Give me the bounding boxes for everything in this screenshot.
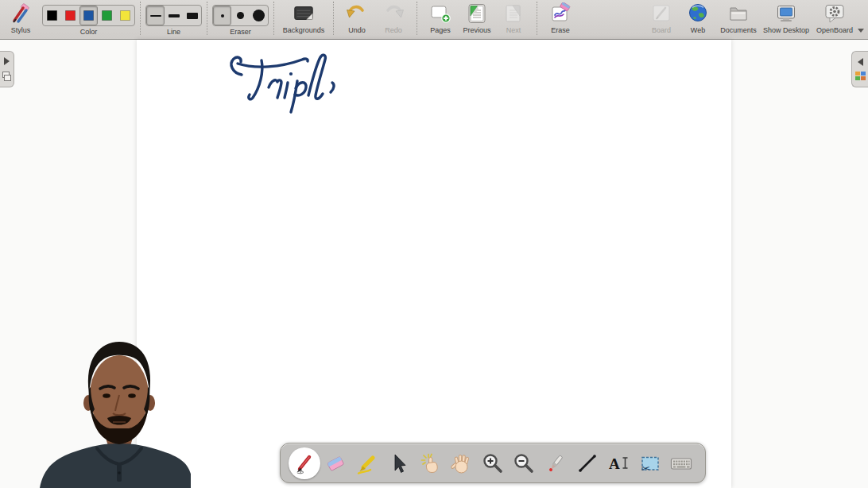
- pages-palette-icon: [2, 72, 11, 81]
- left-palette-tab[interactable]: [0, 51, 14, 87]
- undo-icon: [346, 2, 368, 25]
- show-desktop-label: Show Desktop: [763, 26, 809, 34]
- line-thin-option[interactable]: [146, 6, 165, 25]
- stylus-button[interactable]: Stylus: [2, 0, 39, 39]
- pages-add-icon: [429, 2, 451, 25]
- capture-scissors-icon: ✂: [638, 451, 662, 475]
- line-icon: [575, 451, 599, 475]
- color-swatch-black[interactable]: [43, 6, 61, 25]
- backgrounds-button[interactable]: Backgrounds: [279, 0, 328, 39]
- documents-label: Documents: [720, 26, 757, 34]
- previous-page-label: Previous: [463, 26, 490, 34]
- svg-text:✂: ✂: [641, 463, 650, 474]
- line-tool-button[interactable]: [572, 447, 603, 480]
- web-mode-button[interactable]: Web: [680, 0, 716, 39]
- redo-button[interactable]: Redo: [375, 0, 412, 39]
- right-library-tab[interactable]: [851, 51, 868, 87]
- openboard-menu-button[interactable]: OpenBoard: [812, 0, 858, 39]
- show-desktop-icon: [775, 2, 797, 25]
- eraser-small-option[interactable]: [213, 6, 231, 25]
- expand-right-icon: [4, 57, 10, 65]
- zoom-out-tool-button[interactable]: [509, 447, 541, 480]
- eraser-label: Eraser: [230, 28, 251, 36]
- pan-tool-button[interactable]: [446, 447, 478, 480]
- handwritten-ink-tripl: [227, 48, 342, 118]
- text-tool-icon: A: [606, 451, 630, 475]
- text-tool-button[interactable]: A: [603, 447, 634, 480]
- previous-page-icon: [466, 2, 488, 25]
- toolbar-separator: [417, 2, 417, 35]
- tool-dock: A ✂: [280, 443, 706, 483]
- openboard-gear-icon: [823, 2, 846, 25]
- line-medium-option[interactable]: [165, 6, 183, 25]
- line-thick-option[interactable]: [183, 6, 201, 25]
- top-toolbar: Stylus Color: [0, 0, 868, 40]
- pointing-hand-sparkle-icon: [418, 451, 442, 475]
- open-hand-icon: [449, 451, 473, 475]
- line-label: Line: [167, 28, 180, 36]
- keyboard-icon: [669, 451, 693, 475]
- color-swatch-row: [42, 5, 135, 26]
- eraser-size-group: Eraser: [212, 0, 269, 39]
- stylus-label: Stylus: [11, 26, 31, 34]
- pages-button[interactable]: Pages: [422, 0, 459, 39]
- board-mode-button[interactable]: Board: [643, 0, 680, 39]
- documents-folder-icon: [727, 2, 750, 25]
- erase-page-icon: [549, 2, 572, 25]
- backgrounds-icon: [293, 2, 315, 25]
- documents-button[interactable]: Documents: [716, 0, 761, 39]
- capture-tool-button[interactable]: ✂: [634, 447, 666, 480]
- pen-icon: [293, 451, 316, 475]
- interact-tool-button[interactable]: [414, 447, 446, 480]
- color-swatch-yellow[interactable]: [116, 6, 134, 25]
- toolbar-separator: [537, 2, 537, 35]
- color-swatch-green[interactable]: [98, 6, 116, 25]
- eraser-size-row: [212, 5, 269, 26]
- arrow-cursor-icon: [386, 451, 410, 475]
- virtual-keyboard-button[interactable]: [665, 447, 697, 480]
- toolbar-separator: [207, 2, 207, 35]
- line-group: Line: [145, 0, 202, 39]
- library-palette-icon: [855, 72, 866, 80]
- eraser-icon: [324, 451, 347, 475]
- board-mode-icon: [650, 2, 672, 25]
- next-page-button[interactable]: Next: [495, 0, 532, 39]
- zoom-in-tool-button[interactable]: [477, 447, 509, 480]
- undo-button[interactable]: Undo: [339, 0, 375, 39]
- expand-left-icon: [858, 58, 863, 66]
- presenter-webcam-overlay: [40, 338, 191, 488]
- toolbar-separator: [333, 2, 334, 35]
- eraser-medium-option[interactable]: [231, 6, 250, 25]
- erase-page-label: Erase: [551, 26, 570, 34]
- board-mode-label: Board: [652, 26, 671, 34]
- web-mode-label: Web: [691, 26, 705, 34]
- toolbar-separator: [140, 2, 141, 35]
- previous-page-button[interactable]: Previous: [459, 0, 495, 39]
- color-group: Color: [42, 0, 135, 39]
- selector-tool-button[interactable]: [383, 447, 415, 480]
- zoom-in-icon: [481, 451, 505, 475]
- openboard-app: Stylus Color: [0, 0, 868, 488]
- color-swatch-blue[interactable]: [79, 6, 98, 25]
- line-width-row: [145, 5, 202, 26]
- erase-page-button[interactable]: Erase: [542, 0, 579, 39]
- redo-icon: [382, 2, 405, 25]
- redo-label: Redo: [385, 26, 402, 34]
- undo-label: Undo: [348, 26, 366, 34]
- laser-pointer-tool-button[interactable]: [540, 447, 572, 480]
- backgrounds-label: Backgrounds: [283, 26, 325, 34]
- marker-icon: [355, 451, 379, 475]
- openboard-dropdown-chevron-icon[interactable]: [858, 29, 864, 33]
- toolbar-spacer: [579, 0, 643, 39]
- color-swatch-red[interactable]: [61, 6, 79, 25]
- show-desktop-button[interactable]: Show Desktop: [761, 0, 812, 39]
- pages-label: Pages: [430, 26, 451, 34]
- laser-pointer-icon: [544, 451, 568, 475]
- marker-tool-button[interactable]: [351, 447, 383, 480]
- next-page-label: Next: [506, 26, 521, 34]
- eraser-tool-button[interactable]: [320, 447, 352, 480]
- color-label: Color: [80, 28, 98, 36]
- pen-tool-button[interactable]: [289, 447, 320, 479]
- web-globe-icon: [687, 2, 709, 25]
- eraser-large-option[interactable]: [250, 6, 268, 25]
